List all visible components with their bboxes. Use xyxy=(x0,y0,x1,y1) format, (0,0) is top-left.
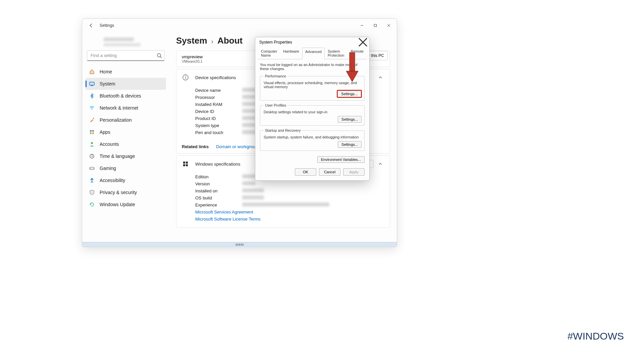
tab-system-protection[interactable]: System Protection xyxy=(325,47,348,59)
accessibility-icon xyxy=(89,177,95,183)
blurred-value xyxy=(242,202,329,206)
device-spec-title: Device specifications xyxy=(195,75,236,80)
dialog-tabs: Computer Name Hardware Advanced System P… xyxy=(258,47,367,59)
nav-accounts[interactable]: Accounts xyxy=(86,138,166,150)
environment-variables-button[interactable]: Environment Variables... xyxy=(317,156,365,163)
nav-label: Privacy & security xyxy=(100,190,137,195)
nav-personalization[interactable]: Personalization xyxy=(86,114,166,126)
nav-label: Time & language xyxy=(100,154,135,159)
collapse-button[interactable] xyxy=(376,160,384,168)
nav-home[interactable]: Home xyxy=(86,66,166,78)
spec-key: Installed on xyxy=(195,188,242,193)
nav-privacy[interactable]: Privacy & security xyxy=(86,186,166,198)
svg-rect-7 xyxy=(90,130,92,132)
tab-hardware[interactable]: Hardware xyxy=(280,47,302,59)
nav-list: Home System Bluetooth & devices Network … xyxy=(86,66,166,210)
svg-point-15 xyxy=(93,168,93,169)
window-controls xyxy=(355,20,395,31)
update-icon xyxy=(89,201,95,207)
nav-accessibility[interactable]: Accessibility xyxy=(86,174,166,186)
brush-icon xyxy=(89,117,95,123)
nav-label: Windows Update xyxy=(100,202,135,207)
env-row: Environment Variables... xyxy=(255,155,369,165)
svg-rect-13 xyxy=(90,167,94,170)
breadcrumb-parent[interactable]: System xyxy=(176,36,207,46)
minimize-button[interactable] xyxy=(355,20,369,31)
user-profiles-settings-button[interactable]: Settings... xyxy=(338,116,362,123)
msa-link[interactable]: Microsoft Services Agreement xyxy=(195,209,253,215)
tab-advanced[interactable]: Advanced xyxy=(302,48,325,59)
search-icon xyxy=(157,53,162,58)
gamepad-icon xyxy=(89,165,95,171)
collapse-button[interactable] xyxy=(376,73,384,81)
close-icon xyxy=(358,37,368,47)
tab-computer-name[interactable]: Computer Name xyxy=(258,47,280,59)
nav-update[interactable]: Windows Update xyxy=(86,198,166,210)
dialog-close-button[interactable] xyxy=(358,38,368,47)
mslt-link[interactable]: Microsoft Software License Terms xyxy=(195,217,261,222)
svg-rect-21 xyxy=(186,162,188,164)
nav-label: Home xyxy=(100,69,112,74)
performance-settings-button[interactable]: Settings... xyxy=(337,90,362,98)
spec-key: Product ID xyxy=(195,116,242,121)
nav-label: System xyxy=(100,81,115,86)
performance-group: Performance Visual effects, processor sc… xyxy=(260,74,365,101)
back-button[interactable] xyxy=(86,20,96,31)
dialog-footer: OK Cancel Apply xyxy=(255,165,369,180)
startup-recovery-legend: Startup and Recovery xyxy=(264,128,302,132)
svg-rect-1 xyxy=(374,24,377,27)
close-button[interactable] xyxy=(382,20,395,31)
svg-point-16 xyxy=(91,178,93,179)
blurred-value xyxy=(242,188,264,192)
svg-line-3 xyxy=(160,57,162,58)
sidebar: Home System Bluetooth & devices Network … xyxy=(82,32,169,242)
nav-label: Accessibility xyxy=(100,178,125,183)
nav-label: Personalization xyxy=(100,117,132,123)
user-profiles-group: User Profiles Desktop settings related t… xyxy=(260,103,365,126)
spec-key: Version xyxy=(195,181,242,186)
user-profiles-desc: Desktop settings related to your sign-in xyxy=(264,110,361,114)
apply-button[interactable]: Apply xyxy=(343,168,365,176)
shield-icon xyxy=(89,189,95,195)
svg-point-11 xyxy=(91,142,93,144)
titlebar: Settings xyxy=(82,19,397,32)
admin-note: You must be logged on as an Administrato… xyxy=(260,63,365,71)
taskbar: ▮▮▮▮▮ xyxy=(82,242,397,247)
maximize-button[interactable] xyxy=(369,20,382,31)
nav-time[interactable]: Time & language xyxy=(86,150,166,162)
nav-label: Gaming xyxy=(100,166,116,171)
startup-recovery-settings-button[interactable]: Settings... xyxy=(338,141,362,148)
nav-gaming[interactable]: Gaming xyxy=(86,162,166,174)
close-icon xyxy=(387,24,390,27)
startup-recovery-group: Startup and Recovery System startup, sys… xyxy=(260,128,365,151)
nav-apps[interactable]: Apps xyxy=(86,126,166,138)
chevron-up-icon xyxy=(378,162,382,166)
breadcrumb-current: About xyxy=(217,36,243,46)
spec-key: Processor xyxy=(195,95,242,100)
svg-rect-9 xyxy=(90,132,92,134)
ok-button[interactable]: OK xyxy=(295,168,316,176)
nav-network[interactable]: Network & internet xyxy=(86,102,166,114)
spec-key: Device ID xyxy=(195,109,242,114)
search-input[interactable] xyxy=(87,50,165,61)
cancel-button[interactable]: Cancel xyxy=(319,168,340,176)
tab-remote[interactable]: Remote xyxy=(347,47,367,59)
svg-point-2 xyxy=(157,54,161,57)
svg-point-14 xyxy=(91,168,91,169)
related-head: Related links xyxy=(182,144,209,149)
spec-key: Device name xyxy=(195,88,242,93)
nav-label: Network & internet xyxy=(100,105,138,111)
spec-key: OS build xyxy=(195,195,242,200)
nav-label: Bluetooth & devices xyxy=(100,93,141,99)
maximize-icon xyxy=(374,24,377,27)
nav-system[interactable]: System xyxy=(86,78,166,90)
svg-point-18 xyxy=(185,76,186,76)
domain-link[interactable]: Domain or workgroup xyxy=(216,144,258,149)
wifi-icon xyxy=(89,105,95,111)
nav-bluetooth[interactable]: Bluetooth & devices xyxy=(86,90,166,102)
windows-icon xyxy=(182,160,189,168)
user-profiles-legend: User Profiles xyxy=(264,103,287,107)
dialog-title: System Properties xyxy=(259,40,358,45)
dialog-body: You must be logged on as an Administrato… xyxy=(255,59,369,155)
search-wrap xyxy=(87,50,165,61)
